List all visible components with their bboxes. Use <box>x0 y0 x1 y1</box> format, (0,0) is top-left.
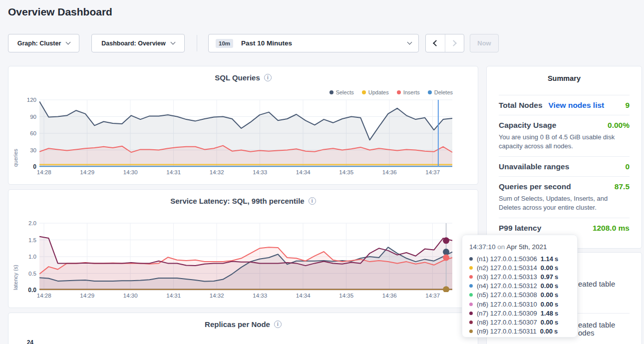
y-tick-label: 90 <box>30 113 36 120</box>
chart-title: SQL Queries <box>215 73 260 82</box>
sql-queries-chart[interactable] <box>39 98 454 169</box>
event-text-fragment: eated table <box>578 321 615 329</box>
legend-item[interactable]: Updates <box>362 89 389 95</box>
summary-row-description: Sum of Selects, Updates, Inserts, and De… <box>499 194 630 213</box>
node-latency-unit: s <box>555 301 558 308</box>
chart-title-row: SQL Queries i <box>8 73 478 82</box>
x-tick-label: 14:37 <box>411 169 455 175</box>
x-tick-label: 14:33 <box>239 169 282 175</box>
tooltip-node-row: (n5) 127.0.0.1:50308 0.00 s <box>469 291 577 300</box>
node-address: (n7) 127.0.0.1:50309 <box>477 310 537 317</box>
x-tick-label: 14:28 <box>22 169 66 175</box>
info-icon[interactable]: i <box>309 197 316 205</box>
node-latency-value: 0.00 <box>540 328 553 335</box>
x-tick-label: 14:28 <box>22 293 66 299</box>
y-tick-label: 1.5 <box>28 237 36 244</box>
x-tick-label: 14:29 <box>66 169 109 175</box>
node-latency-unit: s <box>554 328 558 335</box>
x-tick-label: 14:36 <box>368 169 411 175</box>
legend-item[interactable]: Selects <box>329 89 354 95</box>
replicas-per-node-card: Replicas per Node i 24 <box>8 313 478 344</box>
overview-dashboard-page: Overview Dashboard Graph: Cluster Dashbo… <box>0 0 644 344</box>
y-axis-title: latency (s) <box>12 223 18 290</box>
time-next-button[interactable] <box>445 34 464 52</box>
summary-title: Summary <box>487 74 642 82</box>
y-tick-label: 0.5 <box>28 270 36 277</box>
summary-row-label: P99 latency <box>499 224 541 233</box>
chart-title-row: Service Latency: SQL, 99th percentile i <box>8 197 478 205</box>
summary-row-value: 0 <box>625 162 630 171</box>
series-dot-icon <box>469 284 473 288</box>
summary-row-label: Unavailable ranges <box>499 162 569 171</box>
service-latency-chart[interactable] <box>39 222 454 292</box>
node-latency-value: 0.00 <box>541 319 553 326</box>
node-latency-unit: s <box>555 264 558 272</box>
time-prev-button[interactable] <box>426 34 445 52</box>
now-button[interactable]: Now <box>470 34 499 52</box>
node-latency-unit: s <box>555 291 558 299</box>
summary-row-label: Total Nodes <box>499 101 543 110</box>
tooltip-node-row: (n1) 127.0.0.1:50306 1.14 s <box>469 254 577 263</box>
legend-dot-icon <box>397 90 401 94</box>
tooltip-node-row: (n8) 127.0.0.1:50307 0.00 s <box>469 318 577 327</box>
legend-item[interactable]: Deletes <box>428 89 453 95</box>
tooltip-node-row: (n2) 127.0.0.1:50314 0.00 s <box>469 263 577 272</box>
x-tick-label: 14:35 <box>325 293 368 299</box>
chart-title: Service Latency: SQL, 99th percentile <box>170 197 304 205</box>
node-latency-value: 1.14 <box>541 255 553 263</box>
chart-hover-tooltip: 14:37:10 on Apr 5th, 2021 (n1) 127.0.0.1… <box>462 235 578 338</box>
node-latency-value: 0.00 <box>541 291 553 299</box>
node-address: (n1) 127.0.0.1:50306 <box>477 255 537 263</box>
tooltip-node-row: (n9) 127.0.0.1:50311 0.00 s <box>469 327 577 336</box>
summary-row-label: Capacity Usage <box>499 121 556 130</box>
x-tick-label: 14:29 <box>66 293 109 299</box>
controls-divider <box>197 35 197 51</box>
dashboard-dropdown[interactable]: Dashboard: Overview <box>91 34 185 52</box>
y-tick-label: 2.0 <box>28 220 36 227</box>
time-nav-group <box>425 34 464 52</box>
summary-row: Total Nodes View nodes list 9 <box>499 95 630 115</box>
series-dot-icon <box>469 275 473 279</box>
summary-row: Unavailable ranges 0 <box>499 156 630 176</box>
chart-title: Replicas per Node <box>205 320 270 329</box>
y-tick-label: 120 <box>27 96 36 103</box>
legend-dot-icon <box>428 90 432 94</box>
time-range-picker[interactable]: 10m Past 10 Minutes <box>208 34 419 52</box>
node-latency-value: 0.97 <box>541 273 553 281</box>
chart-legend: Selects Updates Inserts Deletes <box>329 89 453 95</box>
node-latency-value: 1.48 <box>541 310 553 317</box>
node-latency-unit: s <box>555 310 558 317</box>
series-dot-icon <box>469 303 473 306</box>
event-text-fragment: odes <box>578 329 595 337</box>
y-axis-title: queries <box>12 100 18 167</box>
info-icon[interactable]: i <box>274 321 282 328</box>
legend-item[interactable]: Inserts <box>397 89 420 95</box>
series-dot-icon <box>469 312 473 315</box>
summary-rows: Total Nodes View nodes list 9 Capacity U… <box>499 95 630 238</box>
event-text-fragment: eated table <box>578 280 615 288</box>
node-latency-unit: s <box>555 255 558 263</box>
info-icon[interactable]: i <box>264 74 272 81</box>
series-dot-icon <box>469 257 473 261</box>
time-range-badge: 10m <box>216 39 233 48</box>
time-range-label: Past 10 Minutes <box>241 39 292 47</box>
y-tick-label: 24 <box>8 339 33 344</box>
series-dot-icon <box>469 330 473 333</box>
y-tick-label: 1.0 <box>28 253 36 260</box>
tooltip-time: 14:37:10 <box>469 243 496 251</box>
x-axis-ticks: 14:2814:2914:3014:3114:3214:3314:3414:35… <box>22 293 454 299</box>
service-latency-card: Service Latency: SQL, 99th percentile i … <box>8 189 478 308</box>
node-latency-unit: s <box>555 273 558 281</box>
series-dot-icon <box>469 266 473 270</box>
summary-row-label: Queries per second <box>499 182 571 191</box>
view-nodes-link[interactable]: View nodes list <box>549 101 605 110</box>
node-address: (n9) 127.0.0.1:50311 <box>477 328 537 335</box>
summary-panel: Summary Total Nodes View nodes list 9 Ca… <box>486 66 642 249</box>
chevron-left-icon <box>433 40 439 46</box>
y-tick-label: 60 <box>30 130 36 137</box>
x-tick-label: 14:30 <box>109 169 152 175</box>
x-tick-label: 14:33 <box>239 293 282 299</box>
summary-row: Queries per second 87.5 Sum of Selects, … <box>499 176 630 218</box>
graph-dropdown[interactable]: Graph: Cluster <box>8 34 79 52</box>
node-address: (n8) 127.0.0.1:50307 <box>477 319 537 326</box>
